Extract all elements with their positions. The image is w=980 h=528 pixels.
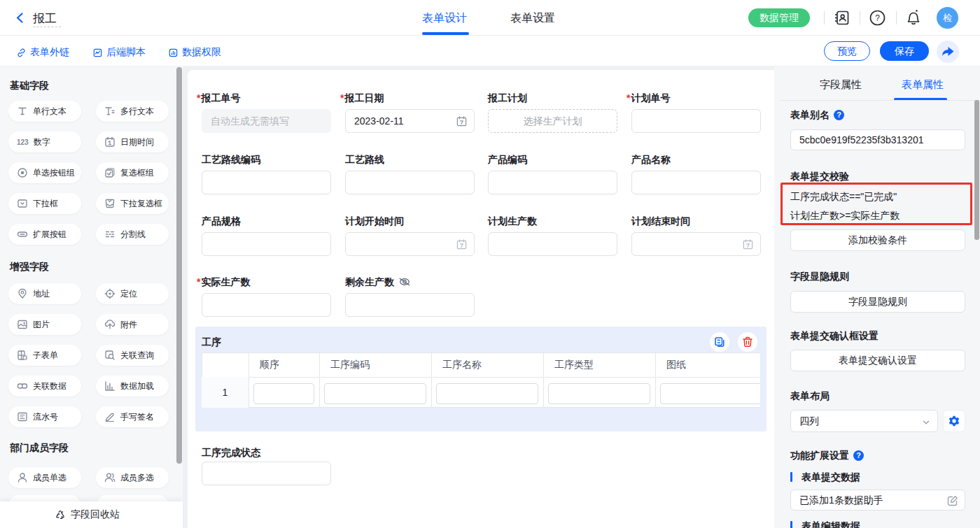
svg-text:?: ? <box>875 13 880 23</box>
